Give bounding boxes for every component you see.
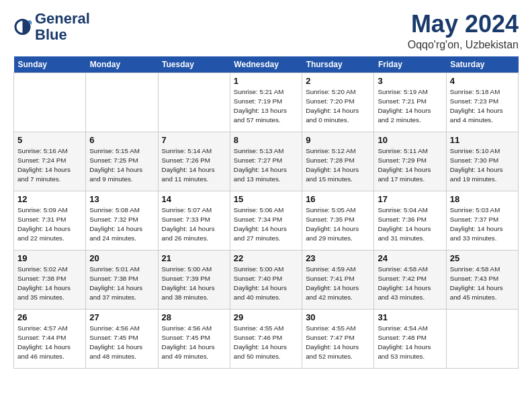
day-info-17: Sunrise: 5:04 AM Sunset: 7:36 PM Dayligh… — [378, 205, 442, 244]
day-number-23: 23 — [306, 253, 370, 263]
day-cell-22: 22Sunrise: 5:00 AM Sunset: 7:40 PM Dayli… — [230, 250, 302, 309]
day-cell-6: 6Sunrise: 5:15 AM Sunset: 7:25 PM Daylig… — [86, 132, 158, 191]
day-info-12: Sunrise: 5:09 AM Sunset: 7:31 PM Dayligh… — [17, 205, 82, 244]
day-cell-31: 31Sunrise: 4:54 AM Sunset: 7:48 PM Dayli… — [374, 309, 446, 368]
day-info-29: Sunrise: 4:55 AM Sunset: 7:46 PM Dayligh… — [234, 324, 298, 362]
month-title: May 2024 — [408, 11, 519, 38]
day-cell-27: 27Sunrise: 4:56 AM Sunset: 7:45 PM Dayli… — [86, 309, 158, 368]
day-info-3: Sunrise: 5:19 AM Sunset: 7:21 PM Dayligh… — [378, 87, 442, 126]
day-number-24: 24 — [378, 253, 442, 263]
day-cell-8: 8Sunrise: 5:13 AM Sunset: 7:27 PM Daylig… — [230, 132, 302, 191]
day-info-27: Sunrise: 4:56 AM Sunset: 7:45 PM Dayligh… — [89, 324, 154, 362]
col-wednesday: Wednesday — [230, 56, 302, 73]
day-cell-25: 25Sunrise: 4:58 AM Sunset: 7:43 PM Dayli… — [446, 250, 518, 309]
day-number-27: 27 — [89, 312, 154, 322]
day-number-25: 25 — [450, 253, 515, 263]
day-cell-26: 26Sunrise: 4:57 AM Sunset: 7:44 PM Dayli… — [14, 309, 86, 368]
day-info-11: Sunrise: 5:10 AM Sunset: 7:30 PM Dayligh… — [450, 146, 515, 185]
day-info-16: Sunrise: 5:05 AM Sunset: 7:35 PM Dayligh… — [306, 205, 370, 244]
day-number-7: 7 — [162, 135, 226, 145]
day-cell-3: 3Sunrise: 5:19 AM Sunset: 7:21 PM Daylig… — [374, 73, 446, 132]
day-number-3: 3 — [378, 76, 442, 86]
day-number-20: 20 — [89, 253, 154, 263]
day-cell-28: 28Sunrise: 4:56 AM Sunset: 7:45 PM Dayli… — [158, 309, 230, 368]
week-row-4: 19Sunrise: 5:02 AM Sunset: 7:38 PM Dayli… — [14, 250, 519, 309]
title-section: May 2024 Oqqo'rg'on, Uzbekistan — [408, 11, 519, 51]
day-info-20: Sunrise: 5:01 AM Sunset: 7:38 PM Dayligh… — [89, 265, 154, 303]
day-cell-12: 12Sunrise: 5:09 AM Sunset: 7:31 PM Dayli… — [14, 191, 86, 250]
day-cell-7: 7Sunrise: 5:14 AM Sunset: 7:26 PM Daylig… — [158, 132, 230, 191]
day-info-21: Sunrise: 5:00 AM Sunset: 7:39 PM Dayligh… — [162, 265, 226, 303]
day-cell-14: 14Sunrise: 5:07 AM Sunset: 7:33 PM Dayli… — [158, 191, 230, 250]
logo-icon — [13, 17, 34, 37]
col-saturday: Saturday — [446, 56, 518, 73]
day-cell-2: 2Sunrise: 5:20 AM Sunset: 7:20 PM Daylig… — [302, 73, 374, 132]
day-cell-11: 11Sunrise: 5:10 AM Sunset: 7:30 PM Dayli… — [446, 132, 518, 191]
day-number-28: 28 — [162, 312, 226, 322]
page: General Blue May 2024 Oqqo'rg'on, Uzbeki… — [0, 0, 532, 375]
header: General Blue May 2024 Oqqo'rg'on, Uzbeki… — [13, 11, 519, 51]
day-info-24: Sunrise: 4:58 AM Sunset: 7:42 PM Dayligh… — [378, 265, 442, 303]
day-info-8: Sunrise: 5:13 AM Sunset: 7:27 PM Dayligh… — [234, 146, 298, 185]
day-number-1: 1 — [234, 76, 298, 86]
day-number-13: 13 — [89, 194, 154, 204]
col-monday: Monday — [86, 56, 158, 73]
calendar-header-row: Sunday Monday Tuesday Wednesday Thursday… — [14, 56, 519, 73]
day-cell-15: 15Sunrise: 5:06 AM Sunset: 7:34 PM Dayli… — [230, 191, 302, 250]
day-number-8: 8 — [234, 135, 298, 145]
day-number-6: 6 — [89, 135, 154, 145]
day-info-22: Sunrise: 5:00 AM Sunset: 7:40 PM Dayligh… — [234, 265, 298, 303]
day-info-7: Sunrise: 5:14 AM Sunset: 7:26 PM Dayligh… — [162, 146, 226, 185]
col-friday: Friday — [374, 56, 446, 73]
day-cell-16: 16Sunrise: 5:05 AM Sunset: 7:35 PM Dayli… — [302, 191, 374, 250]
day-number-2: 2 — [306, 76, 370, 86]
day-cell-29: 29Sunrise: 4:55 AM Sunset: 7:46 PM Dayli… — [230, 309, 302, 368]
day-number-21: 21 — [162, 253, 226, 263]
day-number-4: 4 — [450, 76, 515, 86]
day-number-17: 17 — [378, 194, 442, 204]
day-cell-19: 19Sunrise: 5:02 AM Sunset: 7:38 PM Dayli… — [14, 250, 86, 309]
day-cell-18: 18Sunrise: 5:03 AM Sunset: 7:37 PM Dayli… — [446, 191, 518, 250]
day-cell-30: 30Sunrise: 4:55 AM Sunset: 7:47 PM Dayli… — [302, 309, 374, 368]
day-cell-13: 13Sunrise: 5:08 AM Sunset: 7:32 PM Dayli… — [86, 191, 158, 250]
col-sunday: Sunday — [14, 56, 86, 73]
day-cell-17: 17Sunrise: 5:04 AM Sunset: 7:36 PM Dayli… — [374, 191, 446, 250]
day-number-22: 22 — [234, 253, 298, 263]
col-thursday: Thursday — [302, 56, 374, 73]
day-cell-5: 5Sunrise: 5:16 AM Sunset: 7:24 PM Daylig… — [14, 132, 86, 191]
day-number-11: 11 — [450, 135, 515, 145]
day-info-18: Sunrise: 5:03 AM Sunset: 7:37 PM Dayligh… — [450, 205, 515, 244]
day-info-4: Sunrise: 5:18 AM Sunset: 7:23 PM Dayligh… — [450, 87, 515, 126]
day-number-19: 19 — [17, 253, 82, 263]
day-cell-23: 23Sunrise: 4:59 AM Sunset: 7:41 PM Dayli… — [302, 250, 374, 309]
day-number-26: 26 — [17, 312, 82, 322]
day-cell-4: 4Sunrise: 5:18 AM Sunset: 7:23 PM Daylig… — [446, 73, 518, 132]
day-info-14: Sunrise: 5:07 AM Sunset: 7:33 PM Dayligh… — [162, 205, 226, 244]
week-row-2: 5Sunrise: 5:16 AM Sunset: 7:24 PM Daylig… — [14, 132, 519, 191]
logo-line2: Blue — [35, 27, 90, 43]
day-info-10: Sunrise: 5:11 AM Sunset: 7:29 PM Dayligh… — [378, 146, 442, 185]
day-info-19: Sunrise: 5:02 AM Sunset: 7:38 PM Dayligh… — [17, 265, 82, 303]
day-info-2: Sunrise: 5:20 AM Sunset: 7:20 PM Dayligh… — [306, 87, 370, 126]
day-cell-1: 1Sunrise: 5:21 AM Sunset: 7:19 PM Daylig… — [230, 73, 302, 132]
day-number-5: 5 — [17, 135, 82, 145]
day-info-13: Sunrise: 5:08 AM Sunset: 7:32 PM Dayligh… — [89, 205, 154, 244]
day-info-26: Sunrise: 4:57 AM Sunset: 7:44 PM Dayligh… — [17, 324, 82, 362]
empty-cell — [158, 73, 230, 132]
day-number-12: 12 — [17, 194, 82, 204]
day-number-18: 18 — [450, 194, 515, 204]
day-info-30: Sunrise: 4:55 AM Sunset: 7:47 PM Dayligh… — [306, 324, 370, 362]
day-info-15: Sunrise: 5:06 AM Sunset: 7:34 PM Dayligh… — [234, 205, 298, 244]
day-info-6: Sunrise: 5:15 AM Sunset: 7:25 PM Dayligh… — [89, 146, 154, 185]
day-info-23: Sunrise: 4:59 AM Sunset: 7:41 PM Dayligh… — [306, 265, 370, 303]
day-cell-10: 10Sunrise: 5:11 AM Sunset: 7:29 PM Dayli… — [374, 132, 446, 191]
day-number-9: 9 — [306, 135, 370, 145]
col-tuesday: Tuesday — [158, 56, 230, 73]
calendar: Sunday Monday Tuesday Wednesday Thursday… — [13, 56, 519, 369]
week-row-3: 12Sunrise: 5:09 AM Sunset: 7:31 PM Dayli… — [14, 191, 519, 250]
day-info-31: Sunrise: 4:54 AM Sunset: 7:48 PM Dayligh… — [378, 324, 442, 362]
day-number-30: 30 — [306, 312, 370, 322]
day-number-29: 29 — [234, 312, 298, 322]
week-row-1: 1Sunrise: 5:21 AM Sunset: 7:19 PM Daylig… — [14, 73, 519, 132]
day-info-25: Sunrise: 4:58 AM Sunset: 7:43 PM Dayligh… — [450, 265, 515, 303]
